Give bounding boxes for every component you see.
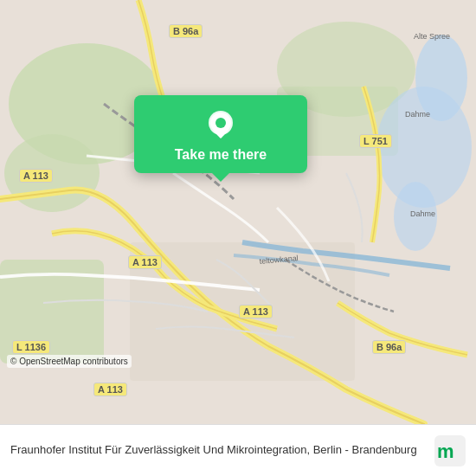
svg-text:Dahme: Dahme: [405, 110, 430, 119]
road-label-b96a-top: B 96a: [169, 24, 203, 38]
road-label-l751: L 751: [359, 134, 392, 148]
map-container: teltowkanal Alte Spree Dahme Dahme B 96a…: [0, 0, 476, 424]
location-title: Fraunhofer Institut Für Zuverlässigkeit …: [10, 442, 434, 458]
road-label-a113-right: A 113: [239, 305, 273, 318]
svg-point-7: [415, 35, 467, 121]
road-label-l1136: L 1136: [12, 340, 50, 354]
road-label-a113-left: A 113: [19, 169, 53, 183]
moovit-logo: m: [434, 435, 466, 466]
svg-text:Dahme: Dahme: [410, 209, 435, 218]
road-label-a113-mid: A 113: [128, 255, 162, 269]
popup-label: Take me there: [175, 147, 267, 163]
road-label-b96a-bottom: B 96a: [372, 340, 406, 354]
svg-text:m: m: [437, 441, 454, 462]
road-label-a113-bottom: A 113: [93, 383, 127, 396]
moovit-icon: m: [434, 435, 466, 466]
svg-text:Alte Spree: Alte Spree: [414, 32, 450, 41]
map-attribution: © OpenStreetMap contributors: [7, 355, 132, 368]
info-bar: Fraunhofer Institut Für Zuverlässigkeit …: [0, 424, 476, 476]
svg-point-15: [215, 118, 226, 128]
location-pin-icon: [203, 107, 238, 142]
take-me-there-popup[interactable]: Take me there: [134, 95, 307, 173]
